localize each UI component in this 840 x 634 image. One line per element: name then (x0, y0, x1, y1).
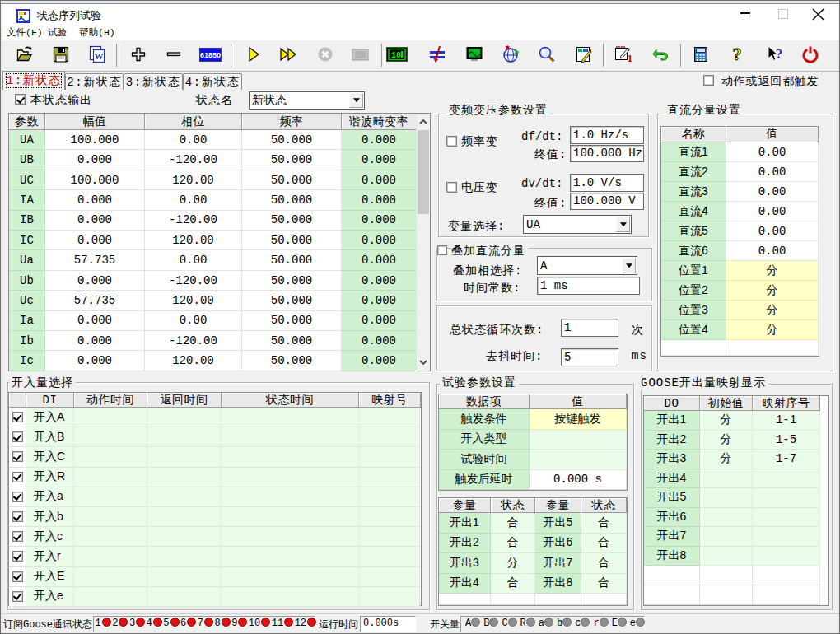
svg-text:1: 1 (628, 52, 633, 64)
svg-text:61850: 61850 (200, 51, 221, 59)
svg-text:18: 18 (391, 51, 401, 60)
svg-text:W: W (95, 51, 104, 61)
svg-text:?: ? (733, 44, 742, 64)
